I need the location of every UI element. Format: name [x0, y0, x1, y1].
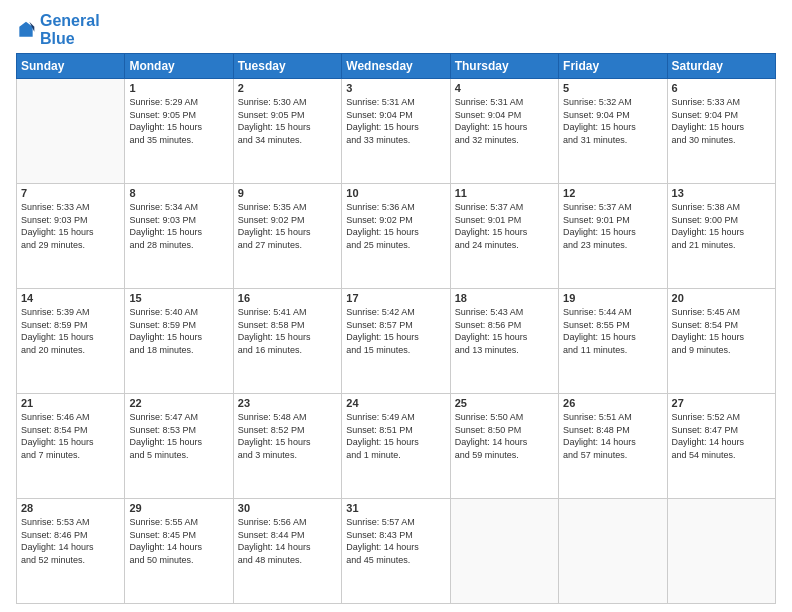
day-number: 8 — [129, 187, 228, 199]
calendar-cell: 26 Sunrise: 5:51 AM Sunset: 8:48 PM Dayl… — [559, 394, 667, 499]
calendar-cell — [559, 499, 667, 604]
day-info: Sunrise: 5:37 AM Sunset: 9:01 PM Dayligh… — [563, 201, 662, 251]
day-info: Sunrise: 5:53 AM Sunset: 8:46 PM Dayligh… — [21, 516, 120, 566]
day-number: 28 — [21, 502, 120, 514]
day-info: Sunrise: 5:34 AM Sunset: 9:03 PM Dayligh… — [129, 201, 228, 251]
calendar-cell: 5 Sunrise: 5:32 AM Sunset: 9:04 PM Dayli… — [559, 79, 667, 184]
day-number: 1 — [129, 82, 228, 94]
day-number: 29 — [129, 502, 228, 514]
logo: General Blue — [16, 12, 100, 47]
calendar-header-row: SundayMondayTuesdayWednesdayThursdayFrid… — [17, 54, 776, 79]
day-number: 3 — [346, 82, 445, 94]
day-info: Sunrise: 5:48 AM Sunset: 8:52 PM Dayligh… — [238, 411, 337, 461]
calendar-cell: 15 Sunrise: 5:40 AM Sunset: 8:59 PM Dayl… — [125, 289, 233, 394]
day-info: Sunrise: 5:38 AM Sunset: 9:00 PM Dayligh… — [672, 201, 771, 251]
day-info: Sunrise: 5:29 AM Sunset: 9:05 PM Dayligh… — [129, 96, 228, 146]
day-number: 11 — [455, 187, 554, 199]
calendar-week-row: 21 Sunrise: 5:46 AM Sunset: 8:54 PM Dayl… — [17, 394, 776, 499]
calendar-cell: 1 Sunrise: 5:29 AM Sunset: 9:05 PM Dayli… — [125, 79, 233, 184]
day-number: 15 — [129, 292, 228, 304]
day-number: 22 — [129, 397, 228, 409]
day-number: 30 — [238, 502, 337, 514]
day-info: Sunrise: 5:36 AM Sunset: 9:02 PM Dayligh… — [346, 201, 445, 251]
day-number: 7 — [21, 187, 120, 199]
day-number: 23 — [238, 397, 337, 409]
day-info: Sunrise: 5:41 AM Sunset: 8:58 PM Dayligh… — [238, 306, 337, 356]
day-number: 10 — [346, 187, 445, 199]
day-number: 21 — [21, 397, 120, 409]
day-info: Sunrise: 5:31 AM Sunset: 9:04 PM Dayligh… — [346, 96, 445, 146]
day-info: Sunrise: 5:46 AM Sunset: 8:54 PM Dayligh… — [21, 411, 120, 461]
day-info: Sunrise: 5:33 AM Sunset: 9:03 PM Dayligh… — [21, 201, 120, 251]
weekday-header: Saturday — [667, 54, 775, 79]
day-info: Sunrise: 5:37 AM Sunset: 9:01 PM Dayligh… — [455, 201, 554, 251]
day-number: 5 — [563, 82, 662, 94]
day-info: Sunrise: 5:42 AM Sunset: 8:57 PM Dayligh… — [346, 306, 445, 356]
calendar-cell: 21 Sunrise: 5:46 AM Sunset: 8:54 PM Dayl… — [17, 394, 125, 499]
calendar-cell: 22 Sunrise: 5:47 AM Sunset: 8:53 PM Dayl… — [125, 394, 233, 499]
calendar-cell: 16 Sunrise: 5:41 AM Sunset: 8:58 PM Dayl… — [233, 289, 341, 394]
calendar-cell — [667, 499, 775, 604]
day-info: Sunrise: 5:40 AM Sunset: 8:59 PM Dayligh… — [129, 306, 228, 356]
day-number: 20 — [672, 292, 771, 304]
day-number: 24 — [346, 397, 445, 409]
logo-text: General Blue — [40, 12, 100, 47]
weekday-header: Sunday — [17, 54, 125, 79]
calendar-week-row: 1 Sunrise: 5:29 AM Sunset: 9:05 PM Dayli… — [17, 79, 776, 184]
day-number: 31 — [346, 502, 445, 514]
calendar-cell — [17, 79, 125, 184]
weekday-header: Thursday — [450, 54, 558, 79]
day-number: 4 — [455, 82, 554, 94]
calendar-cell: 31 Sunrise: 5:57 AM Sunset: 8:43 PM Dayl… — [342, 499, 450, 604]
calendar-cell: 29 Sunrise: 5:55 AM Sunset: 8:45 PM Dayl… — [125, 499, 233, 604]
day-number: 19 — [563, 292, 662, 304]
calendar-week-row: 7 Sunrise: 5:33 AM Sunset: 9:03 PM Dayli… — [17, 184, 776, 289]
calendar-cell: 23 Sunrise: 5:48 AM Sunset: 8:52 PM Dayl… — [233, 394, 341, 499]
calendar-cell: 8 Sunrise: 5:34 AM Sunset: 9:03 PM Dayli… — [125, 184, 233, 289]
day-info: Sunrise: 5:52 AM Sunset: 8:47 PM Dayligh… — [672, 411, 771, 461]
day-info: Sunrise: 5:43 AM Sunset: 8:56 PM Dayligh… — [455, 306, 554, 356]
day-info: Sunrise: 5:39 AM Sunset: 8:59 PM Dayligh… — [21, 306, 120, 356]
calendar-cell — [450, 499, 558, 604]
day-number: 12 — [563, 187, 662, 199]
day-info: Sunrise: 5:49 AM Sunset: 8:51 PM Dayligh… — [346, 411, 445, 461]
calendar-cell: 20 Sunrise: 5:45 AM Sunset: 8:54 PM Dayl… — [667, 289, 775, 394]
day-info: Sunrise: 5:44 AM Sunset: 8:55 PM Dayligh… — [563, 306, 662, 356]
calendar-cell: 11 Sunrise: 5:37 AM Sunset: 9:01 PM Dayl… — [450, 184, 558, 289]
day-info: Sunrise: 5:51 AM Sunset: 8:48 PM Dayligh… — [563, 411, 662, 461]
day-number: 9 — [238, 187, 337, 199]
calendar-cell: 27 Sunrise: 5:52 AM Sunset: 8:47 PM Dayl… — [667, 394, 775, 499]
day-info: Sunrise: 5:57 AM Sunset: 8:43 PM Dayligh… — [346, 516, 445, 566]
calendar-table: SundayMondayTuesdayWednesdayThursdayFrid… — [16, 53, 776, 604]
calendar-cell: 28 Sunrise: 5:53 AM Sunset: 8:46 PM Dayl… — [17, 499, 125, 604]
calendar-cell: 25 Sunrise: 5:50 AM Sunset: 8:50 PM Dayl… — [450, 394, 558, 499]
page: General Blue SundayMondayTuesdayWednesda… — [0, 0, 792, 612]
calendar-cell: 17 Sunrise: 5:42 AM Sunset: 8:57 PM Dayl… — [342, 289, 450, 394]
calendar-cell: 6 Sunrise: 5:33 AM Sunset: 9:04 PM Dayli… — [667, 79, 775, 184]
day-number: 16 — [238, 292, 337, 304]
day-number: 18 — [455, 292, 554, 304]
calendar-cell: 9 Sunrise: 5:35 AM Sunset: 9:02 PM Dayli… — [233, 184, 341, 289]
calendar-cell: 4 Sunrise: 5:31 AM Sunset: 9:04 PM Dayli… — [450, 79, 558, 184]
calendar-cell: 3 Sunrise: 5:31 AM Sunset: 9:04 PM Dayli… — [342, 79, 450, 184]
day-info: Sunrise: 5:56 AM Sunset: 8:44 PM Dayligh… — [238, 516, 337, 566]
day-info: Sunrise: 5:45 AM Sunset: 8:54 PM Dayligh… — [672, 306, 771, 356]
day-number: 14 — [21, 292, 120, 304]
calendar-cell: 30 Sunrise: 5:56 AM Sunset: 8:44 PM Dayl… — [233, 499, 341, 604]
day-number: 6 — [672, 82, 771, 94]
calendar-cell: 24 Sunrise: 5:49 AM Sunset: 8:51 PM Dayl… — [342, 394, 450, 499]
day-number: 13 — [672, 187, 771, 199]
calendar-cell: 14 Sunrise: 5:39 AM Sunset: 8:59 PM Dayl… — [17, 289, 125, 394]
day-number: 25 — [455, 397, 554, 409]
logo-icon — [16, 20, 36, 40]
calendar-week-row: 14 Sunrise: 5:39 AM Sunset: 8:59 PM Dayl… — [17, 289, 776, 394]
day-info: Sunrise: 5:50 AM Sunset: 8:50 PM Dayligh… — [455, 411, 554, 461]
day-info: Sunrise: 5:35 AM Sunset: 9:02 PM Dayligh… — [238, 201, 337, 251]
calendar-cell: 10 Sunrise: 5:36 AM Sunset: 9:02 PM Dayl… — [342, 184, 450, 289]
header: General Blue — [16, 12, 776, 47]
weekday-header: Monday — [125, 54, 233, 79]
calendar-cell: 18 Sunrise: 5:43 AM Sunset: 8:56 PM Dayl… — [450, 289, 558, 394]
calendar-week-row: 28 Sunrise: 5:53 AM Sunset: 8:46 PM Dayl… — [17, 499, 776, 604]
day-info: Sunrise: 5:55 AM Sunset: 8:45 PM Dayligh… — [129, 516, 228, 566]
calendar-cell: 7 Sunrise: 5:33 AM Sunset: 9:03 PM Dayli… — [17, 184, 125, 289]
